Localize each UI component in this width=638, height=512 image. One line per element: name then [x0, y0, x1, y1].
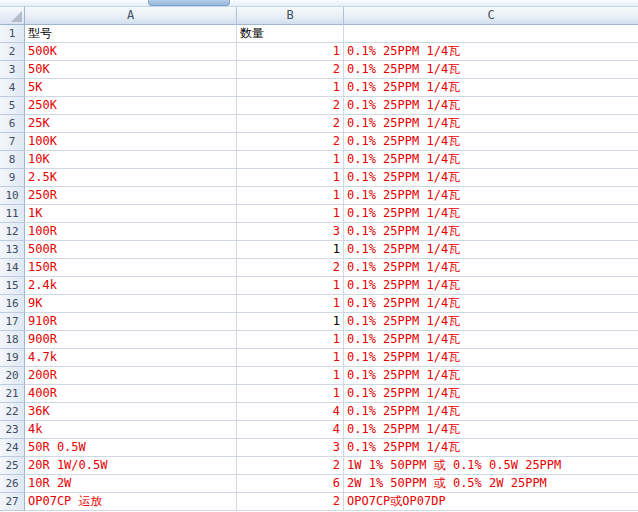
row-number[interactable]: 12	[0, 223, 25, 241]
cell-model[interactable]: 50K	[25, 61, 237, 79]
row-number[interactable]: 7	[0, 133, 25, 151]
cell-model[interactable]: OP07CP 运放	[25, 493, 237, 511]
cell-spec[interactable]: 0.1% 25PPM 1/4瓦	[344, 295, 638, 313]
cell-spec[interactable]: 0.1% 25PPM 1/4瓦	[344, 313, 638, 331]
cell-quantity[interactable]: 2	[237, 97, 344, 115]
cell-quantity[interactable]: 1	[237, 79, 344, 97]
cell-model[interactable]: 910R	[25, 313, 237, 331]
cell-quantity[interactable]: 4	[237, 421, 344, 439]
row-number[interactable]: 2	[0, 43, 25, 61]
row-number[interactable]: 25	[0, 457, 25, 475]
row-number[interactable]: 14	[0, 259, 25, 277]
cell-spec[interactable]	[344, 25, 638, 43]
cell-model[interactable]: 500K	[25, 43, 237, 61]
cell-spec[interactable]: 0.1% 25PPM 1/4瓦	[344, 349, 638, 367]
cell-quantity[interactable]: 1	[237, 331, 344, 349]
cell-quantity[interactable]: 1	[237, 151, 344, 169]
cell-model[interactable]: 50R 0.5W	[25, 439, 237, 457]
row-number[interactable]: 22	[0, 403, 25, 421]
row-number[interactable]: 18	[0, 331, 25, 349]
row-number[interactable]: 6	[0, 115, 25, 133]
cell-model[interactable]: 36K	[25, 403, 237, 421]
cell-model[interactable]: 10K	[25, 151, 237, 169]
cell-spec[interactable]: 0.1% 25PPM 1/4瓦	[344, 259, 638, 277]
cell-quantity[interactable]: 2	[237, 133, 344, 151]
cell-model[interactable]: 150R	[25, 259, 237, 277]
cell-quantity[interactable]: 2	[237, 115, 344, 133]
cell-model[interactable]: 500R	[25, 241, 237, 259]
cell-spec[interactable]: 0.1% 25PPM 1/4瓦	[344, 223, 638, 241]
cell-spec[interactable]: 0.1% 25PPM 1/4瓦	[344, 421, 638, 439]
cell-quantity[interactable]: 4	[237, 403, 344, 421]
cell-model[interactable]: 20R 1W/0.5W	[25, 457, 237, 475]
cell-quantity[interactable]: 1	[237, 385, 344, 403]
cell-spec[interactable]: 0.1% 25PPM 1/4瓦	[344, 331, 638, 349]
row-number[interactable]: 23	[0, 421, 25, 439]
cell-spec[interactable]: 0.1% 25PPM 1/4瓦	[344, 61, 638, 79]
cell-spec[interactable]: 0.1% 25PPM 1/4瓦	[344, 241, 638, 259]
cell-quantity[interactable]: 1	[237, 43, 344, 61]
cell-model[interactable]: 400R	[25, 385, 237, 403]
cell-model[interactable]: 2.4k	[25, 277, 237, 295]
cell-quantity[interactable]: 1	[237, 205, 344, 223]
cell-quantity[interactable]: 1	[237, 313, 344, 331]
row-number[interactable]: 9	[0, 169, 25, 187]
cell-model[interactable]: 9K	[25, 295, 237, 313]
cell-spec[interactable]: 0.1% 25PPM 1/4瓦	[344, 133, 638, 151]
cell-model[interactable]: 900R	[25, 331, 237, 349]
cell-model[interactable]: 250K	[25, 97, 237, 115]
select-all-corner[interactable]	[0, 7, 25, 25]
row-number[interactable]: 16	[0, 295, 25, 313]
cell-model[interactable]: 4k	[25, 421, 237, 439]
cell-model[interactable]: 1K	[25, 205, 237, 223]
cell-spec[interactable]: 0.1% 25PPM 1/4瓦	[344, 277, 638, 295]
cell-model[interactable]: 25K	[25, 115, 237, 133]
cell-quantity[interactable]: 2	[237, 259, 344, 277]
cell-spec[interactable]: 0.1% 25PPM 1/4瓦	[344, 169, 638, 187]
row-number[interactable]: 1	[0, 25, 25, 43]
cell-quantity[interactable]: 1	[237, 349, 344, 367]
cell-spec[interactable]: 0.1% 25PPM 1/4瓦	[344, 43, 638, 61]
row-number[interactable]: 5	[0, 97, 25, 115]
cell-model[interactable]: 200R	[25, 367, 237, 385]
cell-spec[interactable]: 0.1% 25PPM 1/4瓦	[344, 79, 638, 97]
cell-quantity[interactable]: 2	[237, 493, 344, 511]
row-number[interactable]: 27	[0, 493, 25, 511]
cell-model[interactable]: 4.7k	[25, 349, 237, 367]
cell-quantity[interactable]: 1	[237, 241, 344, 259]
row-number[interactable]: 3	[0, 61, 25, 79]
cell-quantity[interactable]: 1	[237, 169, 344, 187]
cell-spec[interactable]: 0.1% 25PPM 1/4瓦	[344, 187, 638, 205]
cell-spec[interactable]: 2W 1% 50PPM 或 0.5% 2W 25PPM	[344, 475, 638, 493]
row-number[interactable]: 11	[0, 205, 25, 223]
cell-quantity[interactable]: 2	[237, 61, 344, 79]
cell-spec[interactable]: 0.1% 25PPM 1/4瓦	[344, 439, 638, 457]
cell-model[interactable]: 100K	[25, 133, 237, 151]
row-number[interactable]: 26	[0, 475, 25, 493]
row-number[interactable]: 13	[0, 241, 25, 259]
row-number[interactable]: 21	[0, 385, 25, 403]
cell-spec[interactable]: 1W 1% 50PPM 或 0.1% 0.5W 25PPM	[344, 457, 638, 475]
cell-spec[interactable]: 0.1% 25PPM 1/4瓦	[344, 205, 638, 223]
cell-quantity[interactable]: 1	[237, 295, 344, 313]
column-header-a[interactable]: A	[25, 7, 237, 25]
cell-spec[interactable]: 0.1% 25PPM 1/4瓦	[344, 115, 638, 133]
cell-spec[interactable]: 0.1% 25PPM 1/4瓦	[344, 403, 638, 421]
cell-quantity[interactable]: 6	[237, 475, 344, 493]
cell-spec[interactable]: 0.1% 25PPM 1/4瓦	[344, 151, 638, 169]
column-header-c[interactable]: C	[344, 7, 638, 25]
row-number[interactable]: 17	[0, 313, 25, 331]
cell-model[interactable]: 10R 2W	[25, 475, 237, 493]
cell-spec[interactable]: 0.1% 25PPM 1/4瓦	[344, 97, 638, 115]
row-number[interactable]: 19	[0, 349, 25, 367]
cell-quantity[interactable]: 3	[237, 439, 344, 457]
cell-model[interactable]: 100R	[25, 223, 237, 241]
row-number[interactable]: 24	[0, 439, 25, 457]
cell-quantity[interactable]: 1	[237, 187, 344, 205]
cell-model[interactable]: 型号	[25, 25, 237, 43]
row-number[interactable]: 15	[0, 277, 25, 295]
row-number[interactable]: 4	[0, 79, 25, 97]
cell-quantity[interactable]: 1	[237, 367, 344, 385]
row-number[interactable]: 8	[0, 151, 25, 169]
cell-model[interactable]: 2.5K	[25, 169, 237, 187]
